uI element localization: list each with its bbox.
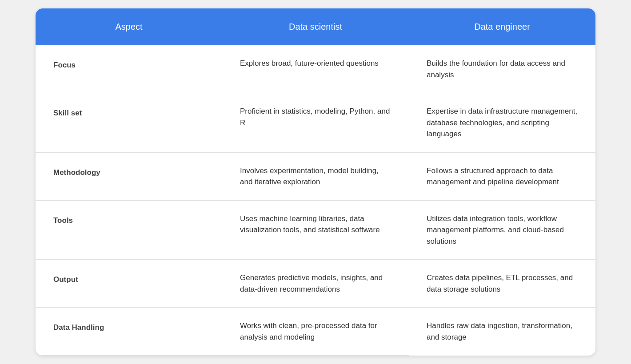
table-row-engineer: Creates data pipelines, ETL processes, a… (409, 260, 595, 308)
table-row-aspect: Skill set (36, 93, 222, 153)
table-body: FocusExplores broad, future-oriented que… (36, 45, 595, 356)
table-row-scientist: Involves experimentation, model building… (222, 153, 409, 201)
table-row-engineer: Follows a structured approach to data ma… (409, 153, 595, 201)
table-row-engineer: Builds the foundation for data access an… (409, 45, 595, 93)
table-row-scientist: Generates predictive models, insights, a… (222, 260, 409, 308)
table-row-engineer: Handles raw data ingestion, transformati… (409, 308, 595, 356)
header-aspect: Aspect (36, 8, 222, 45)
table-row-scientist: Works with clean, pre-processed data for… (222, 308, 409, 356)
table-row-aspect: Methodology (36, 153, 222, 201)
table-row-engineer: Expertise in data infrastructure managem… (409, 93, 595, 153)
table-row-aspect: Focus (36, 45, 222, 93)
table-header: Aspect Data scientist Data engineer (36, 8, 595, 45)
table-row-aspect: Data Handling (36, 308, 222, 356)
table-row-engineer: Utilizes data integration tools, workflo… (409, 201, 595, 260)
table-row-scientist: Uses machine learning libraries, data vi… (222, 201, 409, 260)
header-engineer: Data engineer (409, 8, 595, 45)
table-row-scientist: Proficient in statistics, modeling, Pyth… (222, 93, 409, 153)
comparison-table: Aspect Data scientist Data engineer Focu… (36, 8, 595, 356)
table-row-aspect: Tools (36, 201, 222, 260)
table-row-aspect: Output (36, 260, 222, 308)
table-row-scientist: Explores broad, future-oriented question… (222, 45, 409, 93)
header-scientist: Data scientist (222, 8, 409, 45)
